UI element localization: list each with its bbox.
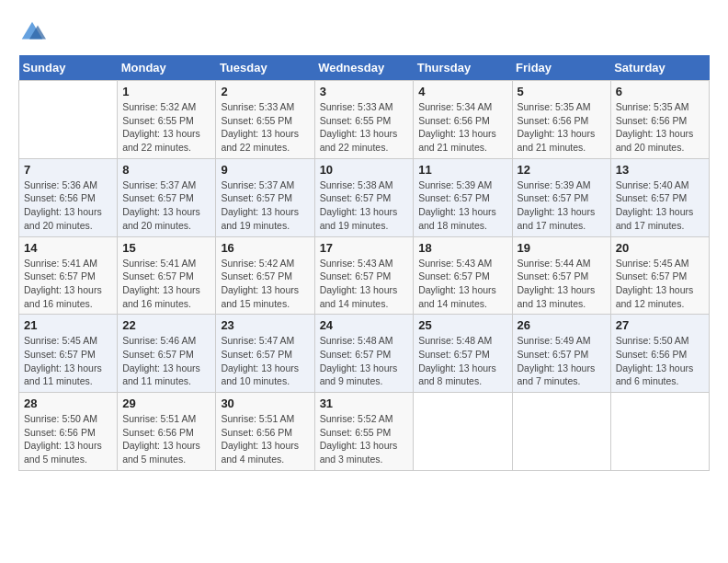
day-info: Sunrise: 5:46 AM Sunset: 6:57 PM Dayligh… bbox=[122, 334, 210, 388]
day-number: 19 bbox=[518, 241, 606, 255]
day-number: 12 bbox=[518, 163, 606, 177]
calendar-cell: 17Sunrise: 5:43 AM Sunset: 6:57 PM Dayli… bbox=[314, 236, 414, 315]
calendar-cell: 6Sunrise: 5:35 AM Sunset: 6:56 PM Daylig… bbox=[610, 81, 709, 159]
day-number: 22 bbox=[122, 318, 210, 332]
day-number: 23 bbox=[221, 318, 309, 332]
calendar-cell bbox=[610, 393, 709, 471]
calendar-cell: 7Sunrise: 5:36 AM Sunset: 6:56 PM Daylig… bbox=[19, 158, 118, 236]
calendar-week-row: 1Sunrise: 5:32 AM Sunset: 6:55 PM Daylig… bbox=[19, 81, 710, 159]
calendar-cell: 13Sunrise: 5:40 AM Sunset: 6:57 PM Dayli… bbox=[610, 158, 709, 236]
calendar-cell: 2Sunrise: 5:33 AM Sunset: 6:55 PM Daylig… bbox=[216, 81, 314, 159]
calendar-cell: 5Sunrise: 5:35 AM Sunset: 6:56 PM Daylig… bbox=[512, 81, 610, 159]
calendar-cell: 16Sunrise: 5:42 AM Sunset: 6:57 PM Dayli… bbox=[216, 236, 314, 315]
day-number: 6 bbox=[616, 85, 704, 98]
day-number: 29 bbox=[122, 396, 210, 410]
day-info: Sunrise: 5:37 AM Sunset: 6:57 PM Dayligh… bbox=[122, 178, 210, 233]
calendar-cell bbox=[19, 81, 118, 159]
day-info: Sunrise: 5:34 AM Sunset: 6:56 PM Dayligh… bbox=[418, 100, 506, 155]
day-info: Sunrise: 5:35 AM Sunset: 6:56 PM Dayligh… bbox=[518, 100, 606, 155]
day-number: 8 bbox=[122, 163, 210, 177]
day-info: Sunrise: 5:50 AM Sunset: 6:56 PM Dayligh… bbox=[24, 412, 112, 466]
day-number: 21 bbox=[24, 318, 112, 332]
calendar-cell: 4Sunrise: 5:34 AM Sunset: 6:56 PM Daylig… bbox=[414, 81, 512, 159]
calendar-cell bbox=[512, 393, 610, 471]
calendar-cell: 1Sunrise: 5:32 AM Sunset: 6:55 PM Daylig… bbox=[118, 81, 216, 159]
weekday-header: Friday bbox=[512, 55, 610, 81]
calendar-cell: 19Sunrise: 5:44 AM Sunset: 6:57 PM Dayli… bbox=[512, 236, 610, 315]
day-number: 9 bbox=[221, 163, 309, 177]
day-number: 7 bbox=[24, 163, 112, 177]
calendar-cell: 21Sunrise: 5:45 AM Sunset: 6:57 PM Dayli… bbox=[19, 315, 118, 393]
day-info: Sunrise: 5:41 AM Sunset: 6:57 PM Dayligh… bbox=[122, 257, 210, 311]
logo-icon bbox=[18, 18, 46, 46]
day-number: 27 bbox=[616, 318, 704, 332]
calendar-week-row: 28Sunrise: 5:50 AM Sunset: 6:56 PM Dayli… bbox=[19, 393, 710, 471]
weekday-header: Sunday bbox=[19, 55, 118, 81]
calendar-cell: 12Sunrise: 5:39 AM Sunset: 6:57 PM Dayli… bbox=[512, 158, 610, 236]
calendar-cell: 3Sunrise: 5:33 AM Sunset: 6:55 PM Daylig… bbox=[314, 81, 414, 159]
calendar-body: 1Sunrise: 5:32 AM Sunset: 6:55 PM Daylig… bbox=[19, 81, 710, 471]
calendar-week-row: 21Sunrise: 5:45 AM Sunset: 6:57 PM Dayli… bbox=[19, 315, 710, 393]
day-number: 1 bbox=[122, 85, 210, 98]
calendar-cell: 18Sunrise: 5:43 AM Sunset: 6:57 PM Dayli… bbox=[414, 236, 512, 315]
day-number: 24 bbox=[320, 318, 409, 332]
calendar-cell: 9Sunrise: 5:37 AM Sunset: 6:57 PM Daylig… bbox=[216, 158, 314, 236]
logo bbox=[18, 18, 50, 46]
day-info: Sunrise: 5:39 AM Sunset: 6:57 PM Dayligh… bbox=[518, 178, 606, 233]
calendar-week-row: 7Sunrise: 5:36 AM Sunset: 6:56 PM Daylig… bbox=[19, 158, 710, 236]
day-info: Sunrise: 5:33 AM Sunset: 6:55 PM Dayligh… bbox=[221, 100, 309, 155]
day-info: Sunrise: 5:37 AM Sunset: 6:57 PM Dayligh… bbox=[221, 178, 309, 233]
calendar-cell: 25Sunrise: 5:48 AM Sunset: 6:57 PM Dayli… bbox=[414, 315, 512, 393]
day-info: Sunrise: 5:32 AM Sunset: 6:55 PM Dayligh… bbox=[122, 100, 210, 155]
day-info: Sunrise: 5:51 AM Sunset: 6:56 PM Dayligh… bbox=[122, 412, 210, 466]
day-number: 15 bbox=[122, 241, 210, 255]
calendar-cell bbox=[414, 393, 512, 471]
day-number: 26 bbox=[518, 318, 606, 332]
day-info: Sunrise: 5:38 AM Sunset: 6:57 PM Dayligh… bbox=[320, 178, 409, 233]
day-info: Sunrise: 5:45 AM Sunset: 6:57 PM Dayligh… bbox=[24, 334, 112, 388]
calendar-cell: 8Sunrise: 5:37 AM Sunset: 6:57 PM Daylig… bbox=[118, 158, 216, 236]
weekday-header: Tuesday bbox=[216, 55, 314, 81]
day-info: Sunrise: 5:48 AM Sunset: 6:57 PM Dayligh… bbox=[418, 334, 506, 388]
day-info: Sunrise: 5:42 AM Sunset: 6:57 PM Dayligh… bbox=[221, 257, 309, 311]
day-number: 20 bbox=[616, 241, 704, 255]
day-info: Sunrise: 5:43 AM Sunset: 6:57 PM Dayligh… bbox=[320, 257, 409, 311]
day-info: Sunrise: 5:45 AM Sunset: 6:57 PM Dayligh… bbox=[616, 257, 704, 311]
calendar-cell: 11Sunrise: 5:39 AM Sunset: 6:57 PM Dayli… bbox=[414, 158, 512, 236]
day-info: Sunrise: 5:52 AM Sunset: 6:55 PM Dayligh… bbox=[320, 412, 409, 466]
weekday-header: Saturday bbox=[610, 55, 709, 81]
day-number: 17 bbox=[320, 241, 409, 255]
day-number: 30 bbox=[221, 396, 309, 410]
weekday-header: Thursday bbox=[414, 55, 512, 81]
day-info: Sunrise: 5:49 AM Sunset: 6:57 PM Dayligh… bbox=[518, 334, 606, 388]
day-number: 28 bbox=[24, 396, 112, 410]
page-header bbox=[18, 18, 710, 46]
calendar-cell: 10Sunrise: 5:38 AM Sunset: 6:57 PM Dayli… bbox=[314, 158, 414, 236]
day-number: 5 bbox=[518, 85, 606, 98]
day-number: 18 bbox=[418, 241, 506, 255]
day-number: 10 bbox=[320, 163, 409, 177]
day-info: Sunrise: 5:51 AM Sunset: 6:56 PM Dayligh… bbox=[221, 412, 309, 466]
day-info: Sunrise: 5:39 AM Sunset: 6:57 PM Dayligh… bbox=[418, 178, 506, 233]
day-info: Sunrise: 5:41 AM Sunset: 6:57 PM Dayligh… bbox=[24, 257, 112, 311]
day-number: 11 bbox=[418, 163, 506, 177]
calendar-cell: 15Sunrise: 5:41 AM Sunset: 6:57 PM Dayli… bbox=[118, 236, 216, 315]
calendar-cell: 14Sunrise: 5:41 AM Sunset: 6:57 PM Dayli… bbox=[19, 236, 118, 315]
day-number: 2 bbox=[221, 85, 309, 98]
calendar-cell: 28Sunrise: 5:50 AM Sunset: 6:56 PM Dayli… bbox=[19, 393, 118, 471]
day-number: 3 bbox=[320, 85, 409, 98]
calendar-cell: 20Sunrise: 5:45 AM Sunset: 6:57 PM Dayli… bbox=[610, 236, 709, 315]
calendar-table: SundayMondayTuesdayWednesdayThursdayFrid… bbox=[18, 55, 710, 471]
day-number: 14 bbox=[24, 241, 112, 255]
calendar-header-row: SundayMondayTuesdayWednesdayThursdayFrid… bbox=[19, 55, 710, 81]
day-number: 25 bbox=[418, 318, 506, 332]
day-number: 13 bbox=[616, 163, 704, 177]
day-info: Sunrise: 5:48 AM Sunset: 6:57 PM Dayligh… bbox=[320, 334, 409, 388]
calendar-cell: 29Sunrise: 5:51 AM Sunset: 6:56 PM Dayli… bbox=[118, 393, 216, 471]
weekday-header: Wednesday bbox=[314, 55, 414, 81]
day-number: 16 bbox=[221, 241, 309, 255]
calendar-cell: 24Sunrise: 5:48 AM Sunset: 6:57 PM Dayli… bbox=[314, 315, 414, 393]
calendar-cell: 31Sunrise: 5:52 AM Sunset: 6:55 PM Dayli… bbox=[314, 393, 414, 471]
calendar-cell: 22Sunrise: 5:46 AM Sunset: 6:57 PM Dayli… bbox=[118, 315, 216, 393]
calendar-cell: 27Sunrise: 5:50 AM Sunset: 6:56 PM Dayli… bbox=[610, 315, 709, 393]
